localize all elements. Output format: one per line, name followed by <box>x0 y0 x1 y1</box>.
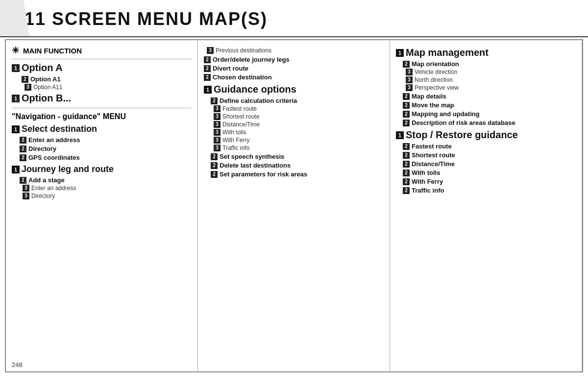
vehicle-dir-item: 3 Vehicle direction <box>403 69 576 75</box>
delete-last-dest-label: Delete last destinations <box>220 162 291 169</box>
map-orient-label: Map orientation <box>412 60 459 68</box>
main-function-header: ✳ MAIN FUNCTION <box>12 45 192 59</box>
option-a-heading: 1 Option A <box>12 62 192 74</box>
guidance-children: 2 Define calculation criteria 3 Fastest … <box>204 97 384 178</box>
page-number: 248 <box>12 361 23 368</box>
set-params-item: 2 Set parameters for risk areas <box>211 171 384 178</box>
sr-traffic-info-item: 2 Traffic info <box>403 187 576 194</box>
journey-directory-item: 3 Directory <box>20 193 192 199</box>
with-ferry-label: With Ferry <box>222 137 249 144</box>
move-map-label: Move the map <box>412 101 454 109</box>
perspective-view-item: 3 Perspective view <box>403 84 576 91</box>
set-speech-label: Set speech synthesis <box>220 153 284 160</box>
sr-shortest-label: Shortest route <box>412 151 455 159</box>
sr-with-ferry-item: 2 With Ferry <box>403 178 576 185</box>
guidance-options-heading: 1 Guidance options <box>204 84 384 95</box>
column-1: ✳ MAIN FUNCTION 1 Option A 2 Option A1 3… <box>6 40 198 371</box>
journey-enter-address-label: Enter an address <box>31 185 76 192</box>
map-details-item: 2 Map details <box>403 93 576 100</box>
divider-1 <box>12 108 192 108</box>
mapping-updating-item: 2 Mapping and updating <box>403 110 576 118</box>
select-dest-label: Select destination <box>22 124 97 134</box>
set-speech-item: 2 Set speech synthesis <box>211 153 384 160</box>
add-stage-item: 2 Add a stage <box>20 176 192 184</box>
risk-areas-desc-label: Description of risk areas database <box>412 119 515 126</box>
perspective-view-label: Perspective view <box>415 84 459 91</box>
select-destination-section: 1 Select destination 2 Enter an address … <box>12 124 192 161</box>
vehicle-dir-label: Vehicle direction <box>415 69 457 75</box>
sr-with-tolls-item: 2 With tolls <box>403 169 576 176</box>
journey-leg-heading: 1 Journey leg and route <box>12 164 192 174</box>
set-params-label: Set parameters for risk areas <box>220 171 307 178</box>
map-mgmt-children: 2 Map orientation 3 Vehicle direction 3 … <box>396 60 576 126</box>
order-delete-item: 2 Order/delete journey legs <box>204 56 384 63</box>
add-stage-label: Add a stage <box>28 176 65 184</box>
sr-with-ferry-label: With Ferry <box>412 178 443 185</box>
traffic-info-item: 3 Traffic info <box>211 145 384 151</box>
option-a11-badge: 3 <box>24 84 31 91</box>
map-mgmt-heading: 1 Map management <box>396 47 576 58</box>
sr-distance-time-item: 2 Distance/Time <box>403 160 576 168</box>
stop-restore-heading: 1 Stop / Restore guidance <box>396 129 576 141</box>
with-tolls-label: With tolls <box>222 129 246 136</box>
mapping-updating-label: Mapping and updating <box>412 110 480 118</box>
fastest-route-label: Fastest route <box>222 105 257 112</box>
distance-time-item: 3 Distance/Time <box>211 121 384 128</box>
journey-leg-children: 2 Add a stage 3 Enter an address 3 Direc… <box>12 176 192 199</box>
distance-time-label: Distance/Time <box>222 121 260 128</box>
directory-item: 2 Directory <box>20 145 192 152</box>
north-dir-item: 3 North direction <box>403 76 576 83</box>
select-dest-children: 2 Enter an address 2 Directory 2 GPS coo… <box>12 136 192 161</box>
order-delete-label: Order/delete journey legs <box>213 56 290 63</box>
sr-traffic-info-label: Traffic info <box>412 187 444 194</box>
chosen-dest-label: Chosen destination <box>213 74 272 81</box>
stop-restore-section: 1 Stop / Restore guidance 2 Fastest rout… <box>396 129 576 194</box>
nav-menu-label: "Navigation - guidance" MENU <box>12 112 192 121</box>
journey-enter-address-item: 3 Enter an address <box>20 185 192 192</box>
enter-address-item: 2 Enter an address <box>20 136 192 144</box>
select-destination-heading: 1 Select destination <box>12 124 192 134</box>
column-3: 1 Map management 2 Map orientation 3 Veh… <box>390 40 582 371</box>
traffic-info-label: Traffic info <box>222 145 249 151</box>
map-mgmt-label: Map management <box>406 47 489 58</box>
sr-distance-time-label: Distance/Time <box>412 160 455 168</box>
enter-address-label: Enter an address <box>28 136 80 144</box>
option-b-badge: 1 <box>12 95 20 102</box>
divert-route-item: 2 Divert route <box>204 65 384 72</box>
sr-fastest-item: 2 Fastest route <box>403 143 576 150</box>
stop-restore-label: Stop / Restore guidance <box>406 129 518 141</box>
option-a1-heading: 2 Option A1 <box>22 75 192 83</box>
stop-restore-children: 2 Fastest route 2 Shortest route 2 Dista… <box>396 143 576 194</box>
chosen-dest-item: 2 Chosen destination <box>204 74 384 81</box>
shortest-route-item: 3 Shortest route <box>211 113 384 120</box>
sr-fastest-label: Fastest route <box>412 143 452 150</box>
map-management-section: 1 Map management 2 Map orientation 3 Veh… <box>396 47 576 126</box>
option-a1-label: Option A1 <box>30 75 61 83</box>
fastest-route-item: 3 Fastest route <box>211 105 384 112</box>
option-a-children: 2 Option A1 3 Option A11 <box>12 75 192 91</box>
main-function-label: MAIN FUNCTION <box>23 47 82 55</box>
column-2: 3 Previous destinations 2 Order/delete j… <box>198 40 390 371</box>
move-map-item: 2 Move the map <box>403 101 576 109</box>
option-a11-heading: 3 Option A11 <box>22 84 192 91</box>
define-calc-label: Define calculation criteria <box>220 97 297 104</box>
with-ferry-item: 3 With Ferry <box>211 137 384 144</box>
option-a1-badge: 2 <box>22 76 28 83</box>
option-a11-label: Option A11 <box>33 84 62 91</box>
north-dir-label: North direction <box>415 76 453 83</box>
with-tolls-item: 3 With tolls <box>211 129 384 136</box>
col2-top-items: 3 Previous destinations 2 Order/delete j… <box>204 47 384 81</box>
gps-item: 2 GPS coordinates <box>20 154 192 161</box>
define-calc-item: 2 Define calculation criteria <box>211 97 384 104</box>
guidance-options-section: 1 Guidance options 2 Define calculation … <box>204 84 384 178</box>
compass-icon: ✳ <box>12 45 19 56</box>
divert-route-label: Divert route <box>213 65 248 72</box>
sr-with-tolls-label: With tolls <box>412 169 440 176</box>
delete-last-dest-item: 2 Delete last destinations <box>211 162 384 169</box>
shortest-route-label: Shortest route <box>222 113 259 120</box>
journey-directory-label: Directory <box>31 193 55 199</box>
gps-label: GPS coordinates <box>28 154 80 161</box>
option-a-label: Option A <box>22 62 63 74</box>
select-dest-badge: 1 <box>12 125 20 133</box>
map-orient-item: 2 Map orientation <box>403 60 576 68</box>
